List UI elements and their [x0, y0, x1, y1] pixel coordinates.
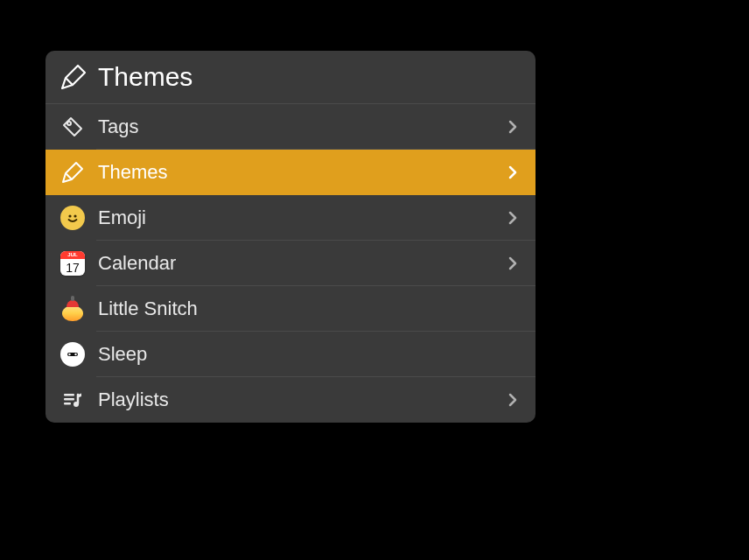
list-item-label: Themes: [98, 161, 504, 184]
emoji-icon: [58, 203, 88, 233]
list-item-label: Playlists: [98, 388, 504, 411]
chevron-right-icon: [504, 391, 522, 409]
sleep-icon: [58, 340, 88, 369]
calendar-month: JUL: [60, 251, 85, 259]
chevron-right-icon: [504, 209, 522, 227]
brush-icon: [58, 61, 89, 93]
svg-point-10: [74, 402, 79, 407]
svg-rect-8: [64, 398, 74, 401]
chevron-right-icon: [504, 255, 522, 272]
list-item-sleep[interactable]: Sleep: [46, 332, 536, 377]
list-item-label: Little Snitch: [98, 298, 522, 320]
svg-point-2: [74, 214, 76, 217]
brush-icon: [58, 158, 88, 187]
list-item-playlists[interactable]: Playlists: [46, 377, 536, 423]
list-item-themes[interactable]: Themes: [46, 150, 536, 195]
chevron-right-icon: [504, 164, 522, 181]
little-snitch-icon: [58, 294, 88, 324]
list-item-emoji[interactable]: Emoji: [46, 195, 536, 241]
list-item-label: Emoji: [98, 206, 504, 229]
calendar-day: 17: [60, 259, 85, 276]
list-item-label: Sleep: [98, 343, 522, 366]
panel-header: Themes: [46, 51, 536, 104]
svg-point-5: [68, 354, 70, 355]
result-list: Tags Themes: [46, 104, 536, 423]
list-item-calendar[interactable]: JUL 17 Calendar: [46, 241, 536, 286]
launcher-panel: Themes Tags Themes: [46, 51, 536, 423]
list-item-tags[interactable]: Tags: [46, 104, 536, 150]
panel-title: Themes: [98, 62, 192, 92]
svg-rect-7: [64, 394, 74, 396]
svg-point-6: [74, 354, 76, 355]
chevron-right-icon: [504, 118, 522, 136]
svg-rect-9: [64, 402, 71, 405]
list-item-little-snitch[interactable]: Little Snitch: [46, 286, 536, 332]
svg-point-0: [67, 122, 71, 125]
list-item-label: Tags: [98, 116, 504, 138]
calendar-icon: JUL 17: [58, 248, 88, 278]
playlist-icon: [58, 385, 88, 415]
list-item-label: Calendar: [98, 252, 504, 275]
tag-icon: [58, 112, 88, 142]
svg-point-1: [68, 214, 71, 217]
